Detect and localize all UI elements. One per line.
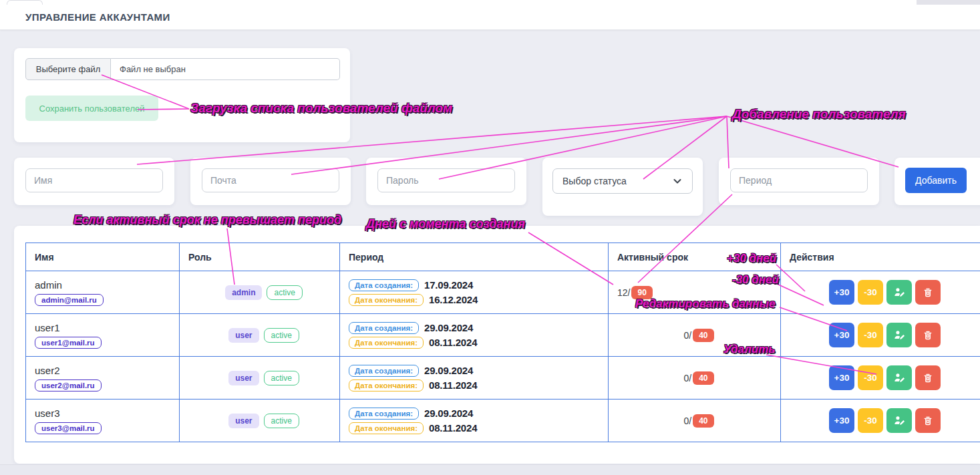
annotation-add-user: Добавление пользователя bbox=[732, 107, 906, 122]
end-date-value: 08.11.2024 bbox=[429, 379, 477, 391]
end-date-value: 08.11.2024 bbox=[429, 422, 477, 434]
user-pen-icon bbox=[894, 287, 905, 298]
period-input[interactable] bbox=[730, 168, 868, 192]
end-date-label: Дата окончания: bbox=[349, 379, 424, 391]
column-header-role: Роль bbox=[188, 252, 339, 263]
email-badge: admin@mail.ru bbox=[35, 294, 104, 306]
status-select[interactable]: Выбор статуса bbox=[552, 168, 693, 194]
period-limit-badge: 40 bbox=[693, 371, 713, 385]
created-date-value: 17.09.2024 bbox=[424, 279, 473, 291]
user-pen-icon bbox=[894, 372, 905, 383]
plus-30-button[interactable]: +30 bbox=[829, 323, 854, 347]
delete-user-button[interactable] bbox=[915, 323, 941, 347]
plus-30-button[interactable]: +30 bbox=[829, 280, 854, 305]
status-badge: active bbox=[264, 414, 299, 428]
created-date-value: 29.09.2024 bbox=[424, 322, 473, 333]
plus-30-button[interactable]: +30 bbox=[829, 408, 854, 433]
column-header-name: Имя bbox=[35, 252, 179, 263]
edit-user-button[interactable] bbox=[886, 365, 912, 390]
trash-icon bbox=[923, 373, 933, 383]
accounts-table: Имя Роль Период Активный срок Действия a… bbox=[25, 243, 980, 442]
user-name: user2 bbox=[35, 365, 179, 376]
status-select-value: Выбор статуса bbox=[562, 176, 627, 186]
active-days-count: 0/ bbox=[683, 416, 691, 426]
period-limit-badge: 90 bbox=[631, 286, 652, 299]
password-field-card bbox=[366, 158, 526, 205]
table-header-row: Имя Роль Период Активный срок Действия bbox=[26, 243, 980, 271]
add-user-button[interactable]: Добавить bbox=[905, 168, 967, 193]
delete-user-button[interactable] bbox=[915, 365, 941, 390]
role-badge: user bbox=[228, 414, 259, 428]
add-button-card: Добавить bbox=[894, 158, 980, 205]
status-badge: active bbox=[264, 328, 299, 343]
page-title: УПРАВЛЕНИЕ АККАУНТАМИ bbox=[25, 11, 170, 23]
period-limit-badge: 40 bbox=[693, 414, 713, 428]
active-days-count: 0/ bbox=[683, 330, 691, 341]
table-row: user1 user1@mail.ru user active Дата соз… bbox=[26, 314, 980, 357]
period-limit-badge: 40 bbox=[693, 329, 713, 342]
active-days-count: 12/ bbox=[617, 287, 630, 298]
created-date-label: Дата создания: bbox=[349, 408, 419, 420]
period-field-card bbox=[719, 158, 879, 205]
footer-strip bbox=[0, 464, 980, 475]
choose-file-button[interactable]: Выберите файл bbox=[25, 58, 111, 80]
trash-icon bbox=[923, 330, 933, 341]
minus-30-button[interactable]: -30 bbox=[858, 365, 883, 390]
name-input[interactable] bbox=[25, 168, 163, 192]
end-date-value: 16.12.2024 bbox=[429, 294, 478, 305]
email-input[interactable] bbox=[202, 168, 339, 192]
column-header-active-term: Активный срок bbox=[617, 252, 780, 263]
role-badge: user bbox=[228, 371, 259, 385]
minus-30-button[interactable]: -30 bbox=[858, 280, 883, 305]
password-input[interactable] bbox=[377, 168, 515, 192]
status-field-card: Выбор статуса bbox=[542, 158, 703, 216]
email-field-card bbox=[190, 158, 351, 205]
end-date-label: Дата окончания: bbox=[349, 337, 424, 349]
created-date-label: Дата создания: bbox=[349, 365, 419, 377]
role-badge: user bbox=[228, 328, 259, 343]
accounts-table-card: Имя Роль Период Активный срок Действия a… bbox=[14, 226, 980, 464]
email-badge: user1@mail.ru bbox=[35, 337, 102, 349]
browser-tab-remnant bbox=[7, 0, 43, 5]
upload-card: Выберите файл Файл не выбран Сохранить п… bbox=[14, 48, 350, 142]
created-date-label: Дата создания: bbox=[349, 279, 419, 291]
delete-user-button[interactable] bbox=[915, 280, 941, 305]
minus-30-button[interactable]: -30 bbox=[858, 408, 883, 433]
annotation-status-rule: Если активный срок не превышает период bbox=[73, 213, 341, 227]
end-date-label: Дата окончания: bbox=[349, 422, 424, 434]
top-strip bbox=[0, 0, 980, 5]
email-badge: user2@mail.ru bbox=[35, 379, 102, 391]
edit-user-button[interactable] bbox=[886, 323, 912, 347]
created-date-value: 29.09.2024 bbox=[424, 365, 473, 376]
trash-icon bbox=[923, 416, 933, 426]
file-input-group[interactable]: Выберите файл Файл не выбран bbox=[25, 58, 340, 80]
save-users-button[interactable]: Сохранить пользователей bbox=[25, 96, 158, 121]
minus-30-button[interactable]: -30 bbox=[858, 323, 883, 347]
user-name: admin bbox=[35, 279, 179, 291]
created-date-label: Дата создания: bbox=[349, 322, 419, 334]
table-row: user3 user3@mail.ru user active Дата соз… bbox=[26, 400, 980, 442]
user-name: user1 bbox=[35, 322, 179, 333]
delete-user-button[interactable] bbox=[915, 408, 941, 433]
file-name-text: Файл не выбран bbox=[111, 58, 340, 80]
role-badge: admin bbox=[225, 285, 262, 300]
name-field-card bbox=[14, 158, 174, 205]
trash-icon bbox=[923, 287, 933, 298]
user-name: user3 bbox=[35, 408, 179, 419]
edit-user-button[interactable] bbox=[886, 408, 912, 433]
end-date-value: 08.11.2024 bbox=[429, 337, 477, 348]
user-pen-icon bbox=[894, 329, 905, 341]
chevron-down-icon bbox=[672, 176, 683, 186]
table-row: user2 user2@mail.ru user active Дата соз… bbox=[26, 357, 980, 400]
column-header-actions: Действия bbox=[790, 252, 980, 263]
table-row: admin admin@mail.ru admin active Дата со… bbox=[26, 271, 980, 314]
column-header-period: Период bbox=[349, 252, 608, 263]
status-badge: active bbox=[267, 285, 302, 300]
active-days-count: 0/ bbox=[683, 373, 691, 383]
status-badge: active bbox=[264, 371, 299, 385]
plus-30-button[interactable]: +30 bbox=[829, 365, 854, 390]
edit-user-button[interactable] bbox=[886, 280, 912, 305]
user-pen-icon bbox=[894, 415, 905, 426]
created-date-value: 29.09.2024 bbox=[424, 408, 473, 419]
end-date-label: Дата окончания: bbox=[349, 294, 424, 306]
